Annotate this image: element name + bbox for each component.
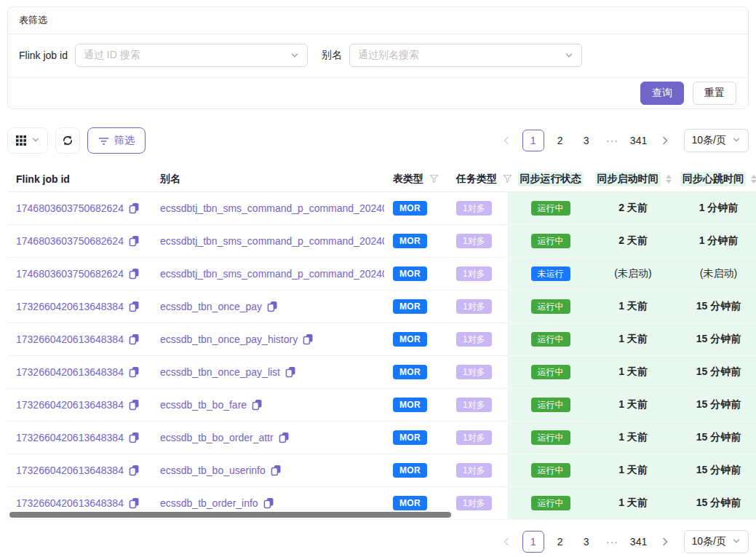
copy-alias-button[interactable]	[263, 497, 274, 509]
flink-job-id-link[interactable]: 1732660420613648384	[16, 366, 124, 378]
col-header-sync-start-time[interactable]: 同步启动时间	[593, 166, 673, 192]
table-type-filter-icon[interactable]	[429, 174, 439, 183]
prev-page-button[interactable]	[496, 531, 517, 553]
copy-icon[interactable]	[279, 432, 290, 443]
copy-alias-button[interactable]	[303, 333, 314, 345]
cell-alias: ecssdb_tb_bo_fare	[151, 389, 384, 422]
copy-icon[interactable]	[285, 366, 296, 378]
flink-job-id-link[interactable]: 1746803603750682624	[16, 202, 124, 214]
copy-icon[interactable]	[267, 301, 278, 312]
copy-alias-button[interactable]	[271, 465, 282, 476]
copy-icon[interactable]	[129, 366, 140, 378]
copy-id-button[interactable]	[129, 366, 140, 378]
copy-icon[interactable]	[129, 432, 140, 443]
sorter-icon[interactable]	[751, 175, 756, 183]
reset-button[interactable]: 重置	[693, 82, 736, 105]
table-type-tag: MOR	[393, 496, 427, 510]
alias-link[interactable]: ecssdb_tb_order_info	[160, 497, 258, 509]
flink-job-id-link[interactable]: 1732660420613648384	[16, 399, 124, 411]
alias-link[interactable]: ecssdb_tbn_once_pay	[160, 301, 262, 312]
cell-sync-heartbeat-time: 15 分钟前	[673, 323, 756, 356]
page-button-2[interactable]: 2	[550, 130, 570, 151]
page-button-1[interactable]: 1	[522, 531, 544, 553]
copy-icon[interactable]	[263, 497, 274, 509]
cell-task-type: 1对多	[447, 258, 508, 291]
flink-job-id-link[interactable]: 1732660420613648384	[16, 333, 124, 345]
flink-job-id-link[interactable]: 1732660420613648384	[16, 432, 124, 443]
copy-alias-button[interactable]	[285, 366, 296, 378]
copy-alias-button[interactable]	[279, 432, 290, 443]
copy-icon[interactable]	[252, 399, 263, 411]
copy-icon[interactable]	[129, 301, 140, 312]
copy-id-button[interactable]	[129, 399, 140, 411]
alias-link[interactable]: ecssdb_tbn_once_pay_list	[160, 366, 280, 378]
alias-link[interactable]: ecssdb_tb_bo_userinfo	[160, 465, 266, 476]
prev-page-button[interactable]	[496, 130, 517, 151]
copy-id-button[interactable]	[129, 465, 140, 476]
copy-icon[interactable]	[129, 399, 140, 411]
copy-id-button[interactable]	[129, 268, 140, 280]
page-ellipsis[interactable]: ···	[602, 531, 623, 553]
next-page-button[interactable]	[655, 531, 675, 553]
alias-link[interactable]: ecssdb_tb_bo_order_attr	[160, 432, 274, 443]
copy-id-button[interactable]	[129, 497, 140, 509]
copy-id-button[interactable]	[129, 202, 140, 214]
alias-link[interactable]: ecssdbtj_tbn_sms_command_p_command_20240…	[160, 202, 384, 214]
flink-job-id-link[interactable]: 1732660420613648384	[16, 301, 124, 312]
alias-select[interactable]: 通过别名搜索	[349, 44, 582, 67]
cell-table-type: MOR	[384, 192, 447, 225]
flink-job-id-link[interactable]: 1732660420613648384	[16, 497, 124, 509]
page-button-3[interactable]: 3	[576, 130, 597, 151]
flink-job-id-select[interactable]: 通过 ID 搜索	[75, 44, 308, 67]
copy-alias-button[interactable]	[252, 399, 263, 411]
alias-link[interactable]: ecssdb_tbn_once_pay_history	[160, 333, 298, 345]
copy-id-button[interactable]	[129, 235, 140, 247]
table-row: 1732660420613648384 ecssdb_tbn_once_pay …	[7, 291, 756, 323]
copy-icon[interactable]	[129, 465, 140, 476]
cell-sync-heartbeat-time: 15 分钟前	[673, 487, 756, 520]
page-button-3[interactable]: 3	[576, 531, 597, 553]
cell-task-type: 1对多	[447, 356, 508, 389]
copy-icon[interactable]	[129, 202, 140, 214]
filter-lines-icon	[98, 136, 109, 146]
col-header-sync-heartbeat-time[interactable]: 同步心跳时间	[673, 166, 756, 192]
page-ellipsis[interactable]: ···	[602, 130, 623, 151]
page-size-select[interactable]: 10条/页	[684, 129, 749, 152]
refresh-button[interactable]	[55, 127, 80, 154]
alias-link[interactable]: ecssdb_tb_bo_fare	[160, 399, 247, 411]
flink-job-id-label: Flink job id	[19, 50, 68, 61]
page-button-last[interactable]: 341	[629, 130, 649, 151]
page-size-select[interactable]: 10条/页	[684, 530, 749, 553]
horizontal-scrollbar-thumb[interactable]	[9, 512, 451, 518]
flink-job-id-link[interactable]: 1746803603750682624	[16, 268, 124, 280]
copy-icon[interactable]	[129, 235, 140, 247]
column-settings-button[interactable]	[7, 127, 48, 154]
copy-icon[interactable]	[129, 497, 140, 509]
copy-id-button[interactable]	[129, 333, 140, 345]
sorter-icon[interactable]	[666, 175, 672, 183]
copy-id-button[interactable]	[129, 432, 140, 443]
copy-icon[interactable]	[303, 333, 314, 345]
chevron-down-icon	[31, 135, 40, 146]
copy-icon[interactable]	[129, 268, 140, 280]
alias-link[interactable]: ecssdbtj_tbn_sms_command_p_command_20240…	[160, 235, 384, 247]
flink-job-id-link[interactable]: 1746803603750682624	[16, 235, 124, 247]
filter-button[interactable]: 筛选	[87, 127, 146, 154]
cell-sync-heartbeat-time: 1 分钟前	[673, 225, 756, 258]
copy-icon[interactable]	[271, 465, 282, 476]
copy-alias-button[interactable]	[267, 301, 278, 312]
col-header-flink-job-id: Flink job id	[7, 166, 151, 192]
alias-link[interactable]: ecssdbtj_tbn_sms_command_p_command_20240…	[160, 268, 384, 280]
page-button-1[interactable]: 1	[522, 130, 544, 151]
copy-icon[interactable]	[129, 333, 140, 345]
query-button[interactable]: 查询	[640, 82, 684, 105]
copy-id-button[interactable]	[129, 301, 140, 312]
page-button-last[interactable]: 341	[629, 531, 649, 553]
cell-sync-status: 运行中	[508, 422, 593, 454]
next-page-button[interactable]	[655, 130, 675, 151]
flink-job-id-link[interactable]: 1732660420613648384	[16, 465, 124, 476]
filter-funnel-icon[interactable]	[429, 174, 439, 183]
page-button-2[interactable]: 2	[550, 531, 570, 553]
cell-sync-heartbeat-time: (未启动)	[673, 258, 756, 291]
cell-sync-start-time: 1 天前	[593, 291, 673, 323]
